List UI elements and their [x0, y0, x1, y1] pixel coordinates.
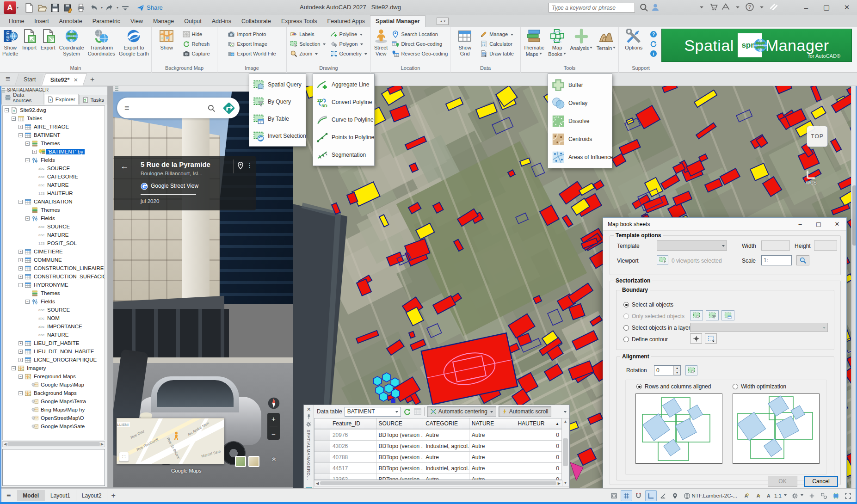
- search-box[interactable]: [549, 3, 635, 12]
- import-photo-button[interactable]: Import Photo: [227, 30, 277, 38]
- tree-node-fields[interactable]: −Fields: [3, 297, 105, 306]
- reverse-geo-coding-button[interactable]: Reverse Geo-coding: [391, 49, 449, 58]
- tree-node-categorie[interactable]: abcCATEGORIE: [3, 172, 105, 181]
- ok-button[interactable]: OK: [768, 476, 797, 487]
- collapse-icon[interactable]: −: [12, 117, 16, 121]
- info-badge-button[interactable]: i: [649, 49, 658, 58]
- expand-icon[interactable]: +: [18, 125, 23, 129]
- tree-horizontal-scrollbar[interactable]: ◀▶: [2, 441, 105, 447]
- dialog-titlebar[interactable]: Map book sheets – ▢ ✕: [603, 218, 846, 231]
- radio-rows-columns-aligned[interactable]: Rows and columns aligned: [636, 383, 711, 390]
- tree-node-themes[interactable]: Themes: [3, 289, 105, 297]
- avatar-icon[interactable]: [651, 3, 660, 12]
- radio-width-optimization[interactable]: Width optimization: [733, 383, 786, 390]
- data-table-properties-icon[interactable]: [306, 421, 312, 427]
- qat-customize-button[interactable]: [120, 3, 130, 13]
- data-sources-tree[interactable]: −Site92.dwg−Tables+AIRE_TRIAGE−BATIMENT−…: [2, 105, 105, 440]
- menu-item-areas-of-influence[interactable]: Areas of Influence: [548, 148, 612, 166]
- grid-horizontal-scrollbar[interactable]: ◀▶: [314, 480, 562, 486]
- expand-icon[interactable]: +: [32, 150, 37, 154]
- caret-icon[interactable]: [697, 2, 706, 12]
- labels-button[interactable]: ABLabels: [289, 30, 327, 38]
- menu-item-aggregate-line[interactable]: Aggregate Line: [313, 76, 374, 93]
- table-row[interactable]: 20976BDTopo (version ...AutreAutre0: [314, 430, 562, 441]
- attributes-grid[interactable]: Feature_IDSOURCECATEGORIENATUREHAUTEUR▲2…: [314, 418, 562, 480]
- table-row[interactable]: 40788BDTopo (version ...AutreAutre0: [314, 452, 562, 463]
- tree-node-site92-dwg[interactable]: −Site92.dwg: [3, 106, 105, 114]
- ribbon-tab-manage[interactable]: Manage: [148, 15, 179, 27]
- expand-icon[interactable]: +: [18, 341, 23, 345]
- rotation-spinner[interactable]: 0 ▲▼: [654, 365, 681, 375]
- transform-coordinates-button[interactable]: TransformCoordinates: [86, 28, 117, 57]
- collapse-icon[interactable]: −: [25, 216, 30, 221]
- autocad-logo[interactable]: A: [4, 1, 16, 14]
- share-icon[interactable]: [136, 4, 145, 12]
- ribbon-tab-view[interactable]: View: [125, 15, 148, 27]
- export-to-google-earth-button[interactable]: Export toGoogle Earth: [117, 28, 150, 57]
- automatic-centering-toggle[interactable]: Automatic centering: [427, 406, 496, 417]
- sv-compass-icon[interactable]: [267, 397, 280, 410]
- status-grid-display[interactable]: [621, 490, 632, 501]
- tree-node-google-maps-map[interactable]: Google Maps\Map: [3, 381, 105, 389]
- tree-node-construction-lineaire[interactable]: +CONSTRUCTION_LINEAIRE: [3, 264, 105, 272]
- direct-geo-coding-button[interactable]: Direct Geo-coding: [391, 40, 449, 48]
- zoom-button[interactable]: Zoom: [289, 49, 327, 58]
- radio-select-all-objects[interactable]: Select all objects: [623, 301, 673, 308]
- map-books-button[interactable]: MapBooks: [547, 28, 567, 57]
- row-selector[interactable]: [314, 452, 330, 462]
- tree-node-nature[interactable]: abcNATURE: [3, 231, 105, 239]
- column-header-feature_id[interactable]: Feature_ID: [330, 418, 376, 429]
- collapse-icon[interactable]: −: [18, 283, 23, 287]
- collapse-icon[interactable]: −: [25, 300, 30, 304]
- sv-zoom-out-button[interactable]: −: [271, 430, 276, 438]
- menu-item-dissolve[interactable]: Dissolve: [548, 112, 612, 130]
- sv-zoom-control[interactable]: + −: [267, 413, 280, 440]
- sv-menu-icon[interactable]: ≡: [124, 103, 129, 113]
- scale-input[interactable]: 1:: [761, 255, 792, 265]
- automatic-scroll-toggle[interactable]: Automatic scroll: [499, 406, 552, 417]
- help-badge-button[interactable]: ?: [649, 30, 658, 38]
- share-label[interactable]: Share: [147, 4, 163, 11]
- tree-node-bing-maps-map-hy[interactable]: Bing Maps\Map hy: [3, 406, 105, 414]
- radio-select-objects-in-layer[interactable]: Select objects in a layer: [623, 325, 691, 331]
- viewcube[interactable]: TOP: [807, 126, 828, 147]
- status-annotation-auto[interactable]: A: [752, 490, 763, 501]
- close-button[interactable]: ✕: [837, 0, 857, 15]
- menu-item-spatial-query[interactable]: Spatial Query: [249, 76, 306, 93]
- status-polar-tracking[interactable]: [658, 490, 669, 501]
- layer-combo[interactable]: [690, 323, 828, 332]
- tree-node-cimetiere[interactable]: +CIMETIERE: [3, 247, 105, 256]
- tree-node-tables[interactable]: −Tables: [3, 114, 105, 123]
- street-view-button[interactable]: StreetView: [372, 28, 390, 57]
- pick-objects-button[interactable]: [690, 310, 703, 320]
- autodesk-badge-icon[interactable]: [721, 2, 730, 12]
- status-isolate-objects[interactable]: [818, 490, 829, 501]
- caret-icon[interactable]: [733, 2, 742, 12]
- sv-collapse-icon[interactable]: «: [270, 457, 278, 461]
- layout-tab-layout2[interactable]: Layout2: [76, 490, 108, 501]
- status-annotation-visibility[interactable]: A: [740, 490, 751, 501]
- collapse-icon[interactable]: −: [18, 200, 23, 204]
- file-tab-close-icon[interactable]: ✕: [74, 77, 78, 83]
- calculator-button[interactable]: Calculator: [479, 40, 515, 48]
- dialog-minimize-button[interactable]: –: [791, 218, 809, 230]
- tree-node-background-maps[interactable]: −Background Maps: [3, 389, 105, 397]
- new-file-button[interactable]: [24, 3, 34, 13]
- hatch-icon[interactable]: [769, 2, 778, 12]
- tree-node-nom[interactable]: abcNOM: [3, 314, 105, 322]
- maximize-button[interactable]: ▢: [816, 0, 837, 15]
- menu-item-invert-selection[interactable]: Invert Selection: [249, 127, 306, 144]
- tree-node-canalisation[interactable]: −CANALISATION: [3, 197, 105, 206]
- menu-item-overlay[interactable]: Overlay: [548, 94, 612, 112]
- sv-back-icon[interactable]: ←: [120, 161, 129, 171]
- pick-query-button[interactable]: [706, 310, 719, 320]
- tree-node-foreground-maps[interactable]: −Foreground Maps: [3, 372, 105, 381]
- width-input[interactable]: [761, 240, 790, 251]
- pick-contour-button[interactable]: [705, 333, 717, 344]
- column-header-source[interactable]: SOURCE: [376, 418, 424, 429]
- coordinate-system-button[interactable]: CoordinateSystem: [58, 28, 86, 57]
- data-table-close-icon[interactable]: ✕: [307, 406, 311, 412]
- search-input[interactable]: [549, 5, 635, 11]
- options-button[interactable]: Options: [623, 28, 644, 51]
- polygon-button[interactable]: Polygon: [329, 40, 368, 48]
